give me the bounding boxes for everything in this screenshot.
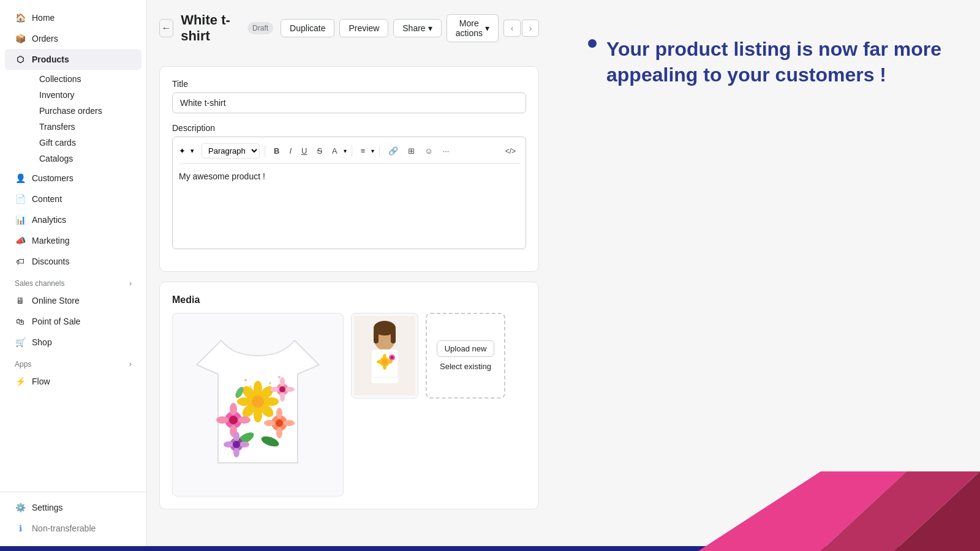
description-label: Description xyxy=(172,123,526,133)
table-button[interactable]: ⊞ xyxy=(404,144,418,158)
description-form-group: Description ✦ ▾ Paragraph B I U xyxy=(172,123,526,249)
toolbar-divider-2 xyxy=(352,146,352,157)
svg-point-18 xyxy=(276,427,282,438)
sidebar-item-inventory[interactable]: Inventory xyxy=(32,87,141,103)
online-store-icon: 🖥 xyxy=(15,295,26,306)
title-input[interactable] xyxy=(172,92,526,113)
more-button[interactable]: ··· xyxy=(439,144,453,158)
apps-section: Apps › xyxy=(0,353,146,371)
main-content: ← White t-shirt Draft Duplicate Preview … xyxy=(147,0,980,546)
triangle-svg xyxy=(698,471,980,546)
sidebar-item-orders[interactable]: 📦 Orders xyxy=(5,28,141,49)
top-bar: ← White t-shirt Draft Duplicate Preview … xyxy=(159,12,539,54)
sidebar-item-shop[interactable]: 🛒 Shop xyxy=(5,332,141,353)
link-button[interactable]: 🔗 xyxy=(385,144,402,158)
title-card: Title Description ✦ ▾ Paragraph B xyxy=(159,66,539,272)
page-title: White t-shirt xyxy=(181,12,240,44)
text-color-button[interactable]: A xyxy=(328,144,341,158)
more-actions-button[interactable]: More actions ▾ xyxy=(447,14,499,42)
sidebar-item-settings[interactable]: ⚙️ Settings xyxy=(5,497,141,518)
svg-point-9 xyxy=(252,395,264,408)
discounts-icon: 🏷 xyxy=(15,256,26,267)
orders-icon: 📦 xyxy=(15,33,26,44)
svg-rect-46 xyxy=(391,328,396,343)
align-chevron: ▾ xyxy=(371,148,374,154)
sidebar-item-non-transferable[interactable]: ℹ Non-transferable xyxy=(5,518,141,539)
toolbar-divider-3 xyxy=(379,146,380,157)
prev-button[interactable]: ‹ xyxy=(503,20,521,37)
settings-icon: ⚙️ xyxy=(15,502,26,513)
svg-point-28 xyxy=(270,387,280,392)
sidebar-item-catalogs[interactable]: Catalogs xyxy=(32,151,141,167)
media-item-large[interactable] xyxy=(172,313,344,497)
back-button[interactable]: ← xyxy=(159,19,173,37)
media-upload-area[interactable]: Upload new Select existing xyxy=(426,313,505,399)
sidebar-item-marketing[interactable]: 📣 Marketing xyxy=(5,230,141,251)
rich-text-editor[interactable]: ✦ ▾ Paragraph B I U S A ▾ xyxy=(172,137,526,249)
svg-point-3 xyxy=(237,397,252,406)
svg-point-38 xyxy=(278,376,281,378)
next-button[interactable]: › xyxy=(522,20,539,37)
customers-icon: 👤 xyxy=(15,173,26,184)
sales-channels-chevron: › xyxy=(129,279,132,288)
rte-content[interactable]: My awesome product ! xyxy=(179,169,519,242)
svg-point-20 xyxy=(284,420,295,426)
info-icon: ℹ xyxy=(15,523,26,534)
sidebar-item-customers[interactable]: 👤 Customers xyxy=(5,168,141,189)
products-icon: ⬡ xyxy=(15,54,26,65)
marketing-icon: 📣 xyxy=(15,235,26,246)
sidebar-item-flow[interactable]: ⚡ Flow xyxy=(5,371,141,392)
svg-point-15 xyxy=(229,416,238,424)
select-existing-link[interactable]: Select existing xyxy=(440,362,491,371)
appeal-bullet: Your product listing is now far more app… xyxy=(588,37,943,88)
sidebar-item-pos[interactable]: 🛍 Point of Sale xyxy=(5,311,141,332)
emoji-button[interactable]: ☺ xyxy=(421,144,436,158)
underline-button[interactable]: U xyxy=(298,144,311,158)
duplicate-button[interactable]: Duplicate xyxy=(281,19,334,37)
svg-point-37 xyxy=(244,379,247,381)
pos-icon: 🛍 xyxy=(15,316,26,327)
sidebar-item-analytics[interactable]: 📊 Analytics xyxy=(5,209,141,230)
rte-toolbar: ✦ ▾ Paragraph B I U S A ▾ xyxy=(179,143,519,164)
svg-point-2 xyxy=(254,408,262,422)
sidebar-item-online-store[interactable]: 🖥 Online Store xyxy=(5,290,141,311)
svg-point-17 xyxy=(276,408,282,419)
sidebar-item-purchase-orders[interactable]: Purchase orders xyxy=(32,103,141,119)
media-item-small[interactable] xyxy=(351,313,418,399)
sidebar-item-transfers[interactable]: Transfers xyxy=(32,119,141,135)
rte-right-controls: </> xyxy=(502,144,519,158)
sidebar-item-collections[interactable]: Collections xyxy=(32,71,141,87)
sidebar-item-gift-cards[interactable]: Gift cards xyxy=(32,135,141,151)
model-image xyxy=(354,316,415,395)
sales-channels-section: Sales channels › xyxy=(0,272,146,290)
svg-point-26 xyxy=(280,377,285,387)
right-panel: Your product listing is now far more app… xyxy=(551,0,980,546)
svg-point-11 xyxy=(230,403,237,415)
svg-point-30 xyxy=(279,386,285,392)
bullet-dot xyxy=(588,39,597,48)
title-label: Title xyxy=(172,79,526,89)
sidebar-item-home[interactable]: 🏠 Home xyxy=(5,7,141,28)
flow-icon: ⚡ xyxy=(15,376,26,387)
upload-new-button[interactable]: Upload new xyxy=(437,340,495,357)
content-icon: 📄 xyxy=(15,193,26,204)
align-button[interactable]: ≡ xyxy=(357,144,369,158)
share-button[interactable]: Share ▾ xyxy=(393,19,441,37)
italic-button[interactable]: I xyxy=(285,144,295,158)
sidebar-item-products[interactable]: ⬡ Products xyxy=(5,49,141,70)
bold-button[interactable]: B xyxy=(270,144,283,158)
svg-point-55 xyxy=(391,356,394,359)
strikethrough-button[interactable]: S xyxy=(313,144,326,158)
html-button[interactable]: </> xyxy=(502,144,519,158)
sidebar-item-discounts[interactable]: 🏷 Discounts xyxy=(5,251,141,272)
media-grid: Upload new Select existing xyxy=(172,313,526,497)
paragraph-select[interactable]: Paragraph xyxy=(202,143,260,159)
rte-format-icon: ✦ xyxy=(179,146,186,156)
preview-button[interactable]: Preview xyxy=(339,19,388,37)
sidebar-item-content[interactable]: 📄 Content xyxy=(5,189,141,209)
toolbar-divider-1 xyxy=(265,146,265,157)
svg-point-29 xyxy=(285,387,295,392)
tshirt-large-image xyxy=(184,322,331,487)
svg-point-27 xyxy=(280,392,285,402)
editor-area: ← White t-shirt Draft Duplicate Preview … xyxy=(147,0,551,546)
